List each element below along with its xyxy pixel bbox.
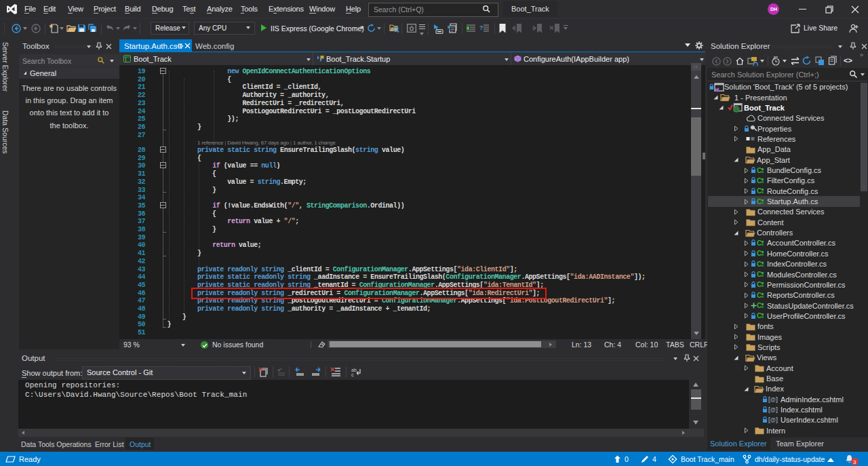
svg-text:c: c [351, 372, 354, 377]
svg-text:?: ? [479, 24, 484, 31]
svg-text:ab: ab [351, 368, 357, 372]
